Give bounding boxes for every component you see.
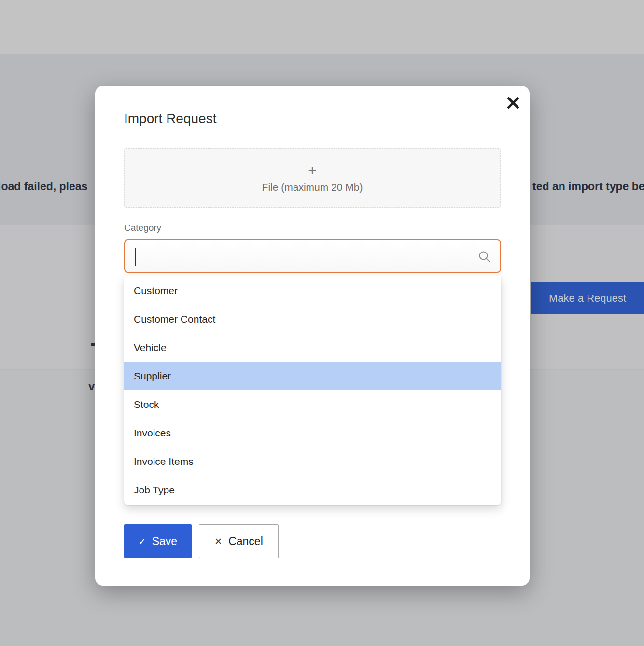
plus-icon: + <box>308 163 317 178</box>
dropdown-option-invoice-items[interactable]: Invoice Items <box>124 447 501 476</box>
x-icon: ✕ <box>214 537 222 546</box>
file-upload-hint: File (maximum 20 Mb) <box>262 182 363 193</box>
search-icon <box>478 250 491 264</box>
dropdown-option-job-type[interactable]: Job Type <box>124 476 501 504</box>
dropdown-option-invoices[interactable]: Invoices <box>124 419 501 447</box>
save-button-label: Save <box>152 535 177 548</box>
category-search-input[interactable] <box>135 240 473 272</box>
dropdown-option-stock[interactable]: Stock <box>124 390 501 419</box>
modal-title: Import Request <box>124 111 216 126</box>
dropdown-option-vehicle[interactable]: Vehicle <box>124 333 501 362</box>
page: pload failed, pleas ted an import type b… <box>0 0 644 646</box>
background-error-text-right: ted an import type be <box>532 180 644 193</box>
dropdown-option-customer[interactable]: Customer <box>124 276 501 305</box>
background-error-text-left: pload failed, pleas <box>0 180 87 193</box>
occluded-text-fragment: v <box>88 379 95 393</box>
cancel-button-label: Cancel <box>228 535 263 548</box>
check-icon: ✓ <box>139 537 146 546</box>
dropdown-option-customer-contact[interactable]: Customer Contact <box>124 305 501 333</box>
background-header-band <box>0 0 644 54</box>
category-field-label: Category <box>124 223 161 233</box>
close-modal-button[interactable] <box>504 94 523 113</box>
category-search-box <box>124 239 501 273</box>
make-a-request-label: Make a Request <box>549 292 626 305</box>
close-icon <box>505 95 521 112</box>
make-a-request-button[interactable]: Make a Request <box>531 282 644 314</box>
file-upload-dropzone[interactable]: + File (maximum 20 Mb) <box>124 148 501 208</box>
dropdown-option-supplier[interactable]: Supplier <box>124 362 501 390</box>
category-dropdown-list: Customer Customer Contact Vehicle Suppli… <box>124 276 501 505</box>
text-cursor <box>135 248 136 266</box>
cancel-button[interactable]: ✕ Cancel <box>199 524 279 558</box>
import-request-modal: Import Request + File (maximum 20 Mb) Ca… <box>95 86 530 586</box>
save-button[interactable]: ✓ Save <box>124 524 192 558</box>
